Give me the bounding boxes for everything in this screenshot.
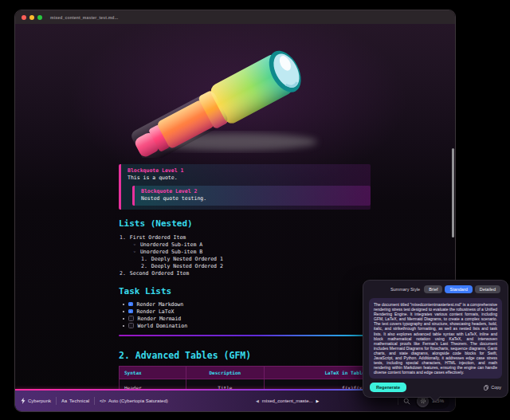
theme-label: Cyberpunk: [28, 398, 51, 403]
copy-button[interactable]: Copy: [484, 385, 501, 391]
copy-label: Copy: [491, 385, 501, 390]
window-title: mixed_content_master_test.md...: [50, 15, 118, 20]
lightning-icon: [21, 398, 26, 404]
table-header-description: Description: [186, 367, 264, 379]
font-label: Technical: [69, 398, 89, 403]
bullet-icon: [123, 311, 124, 312]
list-marker: 2.: [120, 270, 126, 277]
list-item-label: Deeply Nested Ordered 1: [151, 256, 223, 263]
file-navigator: ◀ mixed_content_maste... ▶: [256, 398, 319, 403]
list-marker: ◦: [133, 249, 136, 256]
list-item: 2.Deeply Nested Ordered 2: [119, 263, 371, 270]
task-checkbox-unchecked[interactable]: [128, 323, 134, 328]
task-item: Render Mermaid: [119, 315, 371, 322]
separator: [56, 397, 57, 405]
summary-text: The document titled "mixedcontentmastert…: [369, 298, 502, 379]
summary-style-segmented-control: Brief Standard Detailed: [424, 285, 500, 293]
list-marker: 2.: [141, 263, 147, 270]
style-option-standard[interactable]: Standard: [445, 285, 472, 293]
minimize-button[interactable]: [29, 15, 34, 20]
list-item: ◦Unordered Sub-item A: [119, 241, 371, 249]
font-selector[interactable]: Aa Technical: [61, 398, 89, 403]
theme-selector[interactable]: Cyberpunk: [21, 398, 51, 404]
list-item-label: Unordered Sub-item B: [140, 249, 202, 256]
style-option-detailed[interactable]: Detailed: [475, 285, 500, 293]
next-file-icon[interactable]: ▶: [316, 398, 320, 403]
blockquote-2-text: Nested quote testing.: [141, 195, 371, 202]
list-marker: ◦: [133, 241, 136, 249]
list-item: 1.Deeply Nested Ordered 1: [119, 256, 371, 263]
nested-list: 1.First Ordered Item ◦Unordered Sub-item…: [119, 234, 371, 277]
list-item: 2.Second Ordered Item: [119, 270, 371, 277]
list-marker: 1.: [120, 234, 126, 241]
blockquote-level-1: Blockquote Level 1 This is a quote. Bloc…: [119, 164, 371, 210]
font-icon: Aa: [61, 398, 67, 403]
telescope-illustration: [108, 30, 363, 158]
titlebar: mixed_content_master_test.md...: [15, 10, 455, 24]
regenerate-button[interactable]: Regenerate: [370, 383, 406, 392]
bullet-icon: [123, 318, 124, 320]
summary-style-label: Summary Style: [390, 287, 420, 292]
task-label: World Domination: [138, 323, 188, 329]
summary-popover: Summary Style Brief Standard Detailed Th…: [363, 280, 508, 398]
task-label: Render LaTeX: [137, 308, 175, 315]
heading-advanced-tables: 2. Advanced Tables (GFM): [119, 350, 371, 361]
code-icon: </>: [100, 398, 106, 403]
task-checkbox-unchecked[interactable]: [128, 316, 134, 321]
task-item: Render Markdown: [119, 300, 371, 308]
markdown-document: Blockquote Level 1 This is a quote. Bloc…: [119, 164, 371, 411]
search-icon[interactable]: [403, 398, 410, 405]
list-item-label: Deeply Nested Ordered 2: [151, 263, 223, 270]
style-option-brief[interactable]: Brief: [424, 285, 442, 293]
vertical-scrollbar[interactable]: [452, 148, 454, 237]
list-item-label: First Ordered Item: [130, 234, 186, 241]
table-header-latex: LaTeX in Table: [264, 367, 370, 379]
current-file-label[interactable]: mixed_content_maste...: [262, 398, 313, 403]
separator: [398, 397, 398, 405]
copy-icon: [484, 385, 488, 391]
task-label: Render Mermaid: [138, 316, 182, 322]
bullet-icon: [123, 325, 124, 327]
task-item: Render LaTeX: [119, 308, 371, 315]
table-header-syntax: Syntax: [120, 367, 186, 379]
list-item: ◦Unordered Sub-item B: [119, 249, 371, 256]
list-marker: 1.: [141, 256, 147, 263]
list-item-label: Second Ordered Item: [130, 270, 189, 277]
blockquote-1-label: Blockquote Level 1: [128, 167, 371, 175]
heading-lists-nested: Lists (Nested): [119, 218, 371, 229]
task-checkbox-checked[interactable]: [128, 309, 133, 314]
task-item: World Domination: [119, 322, 371, 329]
zoom-window-button[interactable]: [37, 15, 42, 20]
table-header-row: Syntax Description LaTeX in Table: [120, 367, 371, 379]
blockquote-2-label: Blockquote Level 2: [141, 188, 371, 195]
close-button[interactable]: [22, 15, 26, 20]
separator: [94, 397, 95, 405]
list-item: 1.First Ordered Item: [119, 234, 371, 241]
gear-icon: [420, 398, 426, 404]
horizontal-rule: [119, 335, 371, 336]
popover-header: Summary Style Brief Standard Detailed: [363, 281, 508, 296]
task-list: Render Markdown Render LaTeX Render Merm…: [119, 300, 371, 329]
blockquote-1-text: This is a quote.: [128, 175, 371, 182]
task-checkbox-checked[interactable]: [128, 302, 133, 307]
prev-file-icon[interactable]: ◀: [256, 398, 259, 403]
list-item-label: Unordered Sub-item A: [140, 241, 202, 249]
heading-task-lists: Task Lists: [119, 286, 371, 296]
task-label: Render Markdown: [137, 301, 184, 308]
code-theme-label: Auto (Cybertopia Saturated): [108, 398, 168, 403]
blockquote-level-2: Blockquote Level 2 Nested quote testing.: [132, 186, 371, 206]
bullet-icon: [123, 304, 124, 305]
code-theme-selector[interactable]: </> Auto (Cybertopia Saturated): [100, 398, 168, 403]
